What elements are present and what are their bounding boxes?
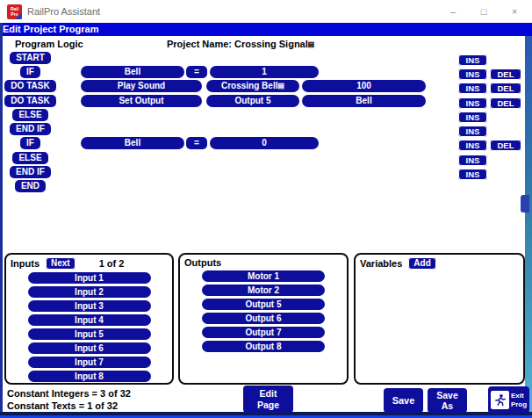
ins-button[interactable]: INS: [458, 126, 487, 137]
input-item[interactable]: Input 7: [28, 357, 151, 368]
input-item[interactable]: Input 1: [28, 272, 151, 284]
exit-runner-icon: [491, 391, 509, 409]
program-row: END: [0, 180, 532, 192]
window-right-strip: [525, 36, 532, 413]
program-row: START INS: [0, 52, 532, 64]
program-keyword-end[interactable]: END: [15, 180, 46, 192]
operator-button[interactable]: =: [186, 66, 207, 78]
program-row: ELSE INS: [0, 109, 532, 121]
output-item[interactable]: Motor 2: [202, 285, 325, 296]
window-title: RailPro Assistant: [27, 6, 100, 17]
ins-button[interactable]: INS: [458, 140, 487, 151]
task-param2-pill[interactable]: 100: [302, 80, 426, 92]
ins-button[interactable]: INS: [458, 54, 487, 66]
variables-panel-title: Variables: [360, 258, 402, 269]
program-keyword-else[interactable]: ELSE: [12, 152, 47, 164]
del-button[interactable]: DEL: [490, 140, 521, 151]
variables-add-button[interactable]: Add: [408, 257, 435, 270]
outputs-list: Motor 1 Motor 2 Output 5 Output 6 Output…: [180, 270, 347, 352]
program-keyword-else[interactable]: ELSE: [12, 109, 47, 121]
del-button[interactable]: DEL: [490, 83, 521, 94]
constant-texts-status: Constant Texts = 1 of 32: [7, 400, 118, 411]
program-row: DO TASK Set Output Output 5 Bell INS DEL: [0, 95, 532, 107]
project-name-label: Project Name:: [167, 39, 232, 49]
task-action-pill[interactable]: Play Sound: [81, 80, 202, 92]
app-icon-corner: [15, 12, 22, 19]
railpro-assistant-window: Rail Pro RailPro Assistant – □ × Edit Pr…: [0, 0, 532, 418]
output-item[interactable]: Output 7: [202, 327, 325, 338]
close-button[interactable]: ×: [505, 5, 524, 18]
condition-right-pill[interactable]: 1: [210, 66, 319, 78]
task-action-pill[interactable]: Set Output: [81, 95, 202, 107]
task-param1-pill[interactable]: Output 5: [206, 95, 299, 107]
program-row: ELSE INS: [0, 152, 532, 164]
program-keyword-dotask[interactable]: DO TASK: [4, 95, 55, 107]
project-name-value[interactable]: Crossing Signal: [234, 39, 308, 49]
program-row: IF Bell = 0 INS DEL: [0, 137, 532, 149]
input-item[interactable]: Input 6: [28, 342, 151, 354]
condition-right-pill[interactable]: 0: [210, 137, 319, 149]
save-button[interactable]: Save: [384, 388, 423, 413]
inputs-panel: Inputs Next 1 of 2 Input 1 Input 2 Input…: [4, 253, 174, 385]
input-item[interactable]: Input 2: [28, 286, 151, 298]
project-name: Project Name: Crossing Signal▤: [167, 39, 314, 49]
exit-program-button[interactable]: Exit Prog: [488, 386, 529, 414]
ins-button[interactable]: INS: [458, 169, 487, 180]
ins-button[interactable]: INS: [458, 68, 487, 80]
del-button[interactable]: DEL: [490, 97, 521, 109]
program-keyword-endif[interactable]: END IF: [10, 123, 51, 135]
ins-button[interactable]: INS: [458, 83, 487, 94]
page-title: Edit Project Program: [0, 23, 532, 36]
program-keyword-start[interactable]: START: [10, 52, 51, 64]
railpro-app-icon: Rail Pro: [7, 4, 22, 19]
inputs-page-indicator: 1 of 2: [99, 258, 125, 269]
input-item[interactable]: Input 3: [28, 300, 151, 312]
program-row: DO TASK Play Sound Crossing Bell▤ 100 IN…: [0, 80, 532, 92]
output-item[interactable]: Motor 1: [202, 270, 325, 282]
ins-button[interactable]: INS: [458, 155, 487, 166]
del-button[interactable]: DEL: [490, 68, 521, 80]
inputs-panel-title: Inputs: [11, 258, 40, 269]
ins-button[interactable]: INS: [458, 112, 487, 123]
program-keyword-if[interactable]: IF: [20, 66, 40, 78]
constant-integers-status: Constant Integers = 3 of 32: [7, 388, 131, 399]
condition-left-pill[interactable]: Bell: [81, 137, 184, 149]
edit-page-button[interactable]: Edit Page: [243, 386, 293, 413]
maximize-button[interactable]: □: [474, 5, 493, 18]
output-item[interactable]: Output 5: [202, 299, 325, 310]
input-item[interactable]: Input 5: [28, 328, 151, 340]
program-keyword-endif[interactable]: END IF: [10, 166, 51, 178]
save-as-button[interactable]: Save As: [428, 388, 467, 413]
program-keyword-dotask[interactable]: DO TASK: [4, 80, 55, 92]
output-item[interactable]: Output 6: [202, 313, 325, 324]
minimize-button[interactable]: –: [443, 5, 463, 18]
task-param1-pill[interactable]: Crossing Bell▤: [206, 80, 299, 92]
input-item[interactable]: Input 8: [28, 371, 151, 382]
inputs-list: Input 1 Input 2 Input 3 Input 4 Input 5 …: [6, 272, 172, 382]
program-row: END IF INS: [0, 166, 532, 178]
scrollbar-thumb[interactable]: [521, 195, 529, 213]
program-keyword-if[interactable]: IF: [20, 137, 40, 149]
text-cursor-marker: ▤: [277, 82, 284, 90]
condition-left-pill[interactable]: Bell: [81, 66, 184, 78]
program-row: IF Bell = 1 INS DEL: [0, 66, 532, 78]
program-logic-label: Program Logic: [15, 39, 83, 49]
outputs-panel: Outputs Motor 1 Motor 2 Output 5 Output …: [178, 253, 349, 385]
output-item[interactable]: Output 8: [202, 341, 325, 352]
task-param2-pill[interactable]: Bell: [302, 95, 426, 107]
inputs-next-button[interactable]: Next: [46, 257, 75, 270]
title-bar: Rail Pro RailPro Assistant – □ ×: [0, 0, 532, 23]
variables-panel: Variables Add: [354, 253, 525, 385]
operator-button[interactable]: =: [186, 137, 207, 149]
outputs-panel-title: Outputs: [184, 257, 221, 268]
input-item[interactable]: Input 4: [28, 314, 151, 326]
ins-button[interactable]: INS: [458, 97, 487, 109]
text-cursor-marker: ▤: [308, 40, 315, 48]
program-row: END IF INS: [0, 123, 532, 135]
